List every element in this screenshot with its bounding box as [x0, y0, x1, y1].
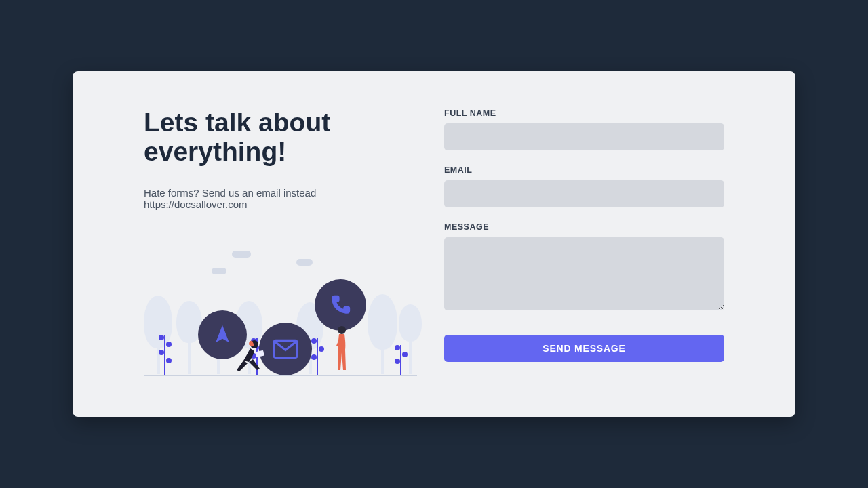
subtext: Hate forms? Send us an email instead htt… — [144, 187, 417, 210]
sitting-person-illustration — [235, 339, 273, 375]
phone-icon — [315, 279, 366, 331]
message-input[interactable] — [444, 237, 724, 310]
email-label: EMAIL — [444, 165, 724, 175]
left-column: Lets talk about everything! Hate forms? … — [144, 108, 417, 380]
contact-form: FULL NAME EMAIL MESSAGE SEND MESSAGE — [444, 108, 724, 380]
page-heading: Lets talk about everything! — [144, 108, 417, 167]
subtext-prefix: Hate forms? Send us an email instead — [144, 187, 316, 199]
message-label: MESSAGE — [444, 222, 724, 232]
email-input[interactable] — [444, 180, 724, 207]
fullname-label: FULL NAME — [444, 108, 724, 118]
contact-illustration — [144, 230, 417, 380]
send-message-button[interactable]: SEND MESSAGE — [444, 335, 724, 362]
fullname-input[interactable] — [444, 123, 724, 150]
svg-rect-2 — [255, 350, 264, 357]
email-link[interactable]: https://docsallover.com — [144, 199, 248, 210]
svg-point-3 — [338, 326, 346, 334]
contact-card: Lets talk about everything! Hate forms? … — [73, 71, 795, 417]
standing-person-illustration — [332, 325, 351, 375]
